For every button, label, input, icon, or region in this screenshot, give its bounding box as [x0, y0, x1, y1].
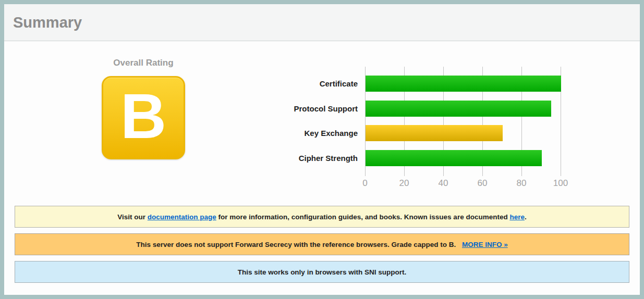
- ssl-summary-page: Summary Overall Rating B 020406080100Cer…: [0, 0, 644, 299]
- category-label-cipher-strength: Cipher Strength: [253, 150, 358, 166]
- notice-text: .: [525, 213, 527, 221]
- x-tick-label-100: 100: [553, 178, 568, 189]
- overall-rating-label: Overall Rating: [91, 58, 196, 68]
- notice-forward-secrecy: This server does not support Forward Sec…: [15, 233, 629, 255]
- bar-cipher-strength: [366, 150, 542, 166]
- x-tick-label-80: 80: [517, 178, 527, 189]
- documentation-page-link[interactable]: documentation page: [148, 213, 216, 221]
- category-label-certificate: Certificate: [253, 76, 358, 92]
- known-issues-here-link[interactable]: here: [509, 213, 525, 221]
- category-label-protocol-support: Protocol Support: [253, 101, 358, 117]
- notice-text: This server does not support Forward Sec…: [136, 241, 458, 248]
- notice-sni: This site works only in browsers with SN…: [15, 261, 629, 283]
- bar-key-exchange: [366, 125, 503, 141]
- summary-header: Summary: [4, 4, 640, 41]
- notice-text: This site works only in browsers with SN…: [238, 268, 406, 276]
- x-tick-label-0: 0: [362, 178, 367, 189]
- notice-documentation: Visit our documentation page for more in…: [15, 206, 629, 228]
- more-info-link[interactable]: MORE INFO »: [462, 241, 508, 248]
- x-tick-label-20: 20: [399, 178, 409, 189]
- grade-letter: B: [120, 84, 166, 148]
- x-tick-label-40: 40: [439, 178, 448, 189]
- category-label-key-exchange: Key Exchange: [253, 125, 358, 141]
- notice-text: for more information, configuration guid…: [216, 213, 510, 221]
- grade-badge: B: [102, 76, 185, 159]
- bar-protocol-support: [366, 101, 551, 117]
- notice-text: Visit our: [117, 213, 148, 221]
- page-title: Summary: [13, 14, 82, 31]
- bar-certificate: [366, 76, 561, 92]
- score-bar-chart: 020406080100CertificateProtocol SupportK…: [365, 67, 561, 176]
- x-tick-label-60: 60: [478, 178, 488, 189]
